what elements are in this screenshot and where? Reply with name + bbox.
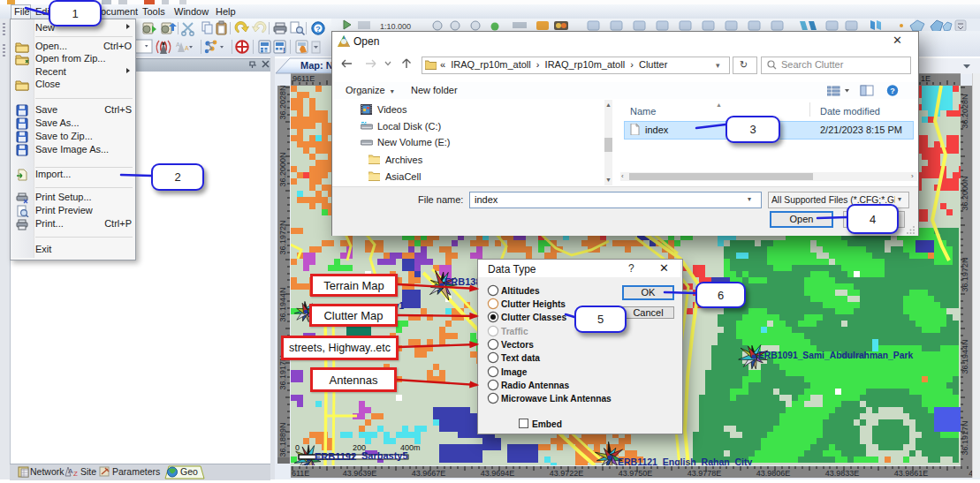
- svg-text:36.2000N: 36.2000N: [961, 176, 969, 210]
- svg-text:36.1889N: 36.1889N: [278, 422, 287, 457]
- svg-text:43.9806E: 43.9806E: [756, 469, 791, 478]
- svg-text:ERB1121_English_Rahan_City: ERB1121_English_Rahan_City: [618, 457, 752, 465]
- svg-text:36.2028N: 36.2028N: [278, 86, 287, 120]
- svg-text:Traffic: Traffic: [501, 327, 528, 336]
- svg-text:43.9639E: 43.9639E: [343, 469, 377, 478]
- svg-text:43.9833E: 43.9833E: [825, 469, 860, 478]
- svg-text:36.1917N: 36.1917N: [961, 420, 969, 455]
- svg-text:Site: Site: [80, 466, 96, 477]
- svg-text:36.1944N: 36.1944N: [278, 287, 287, 321]
- svg-text:0: 0: [295, 443, 300, 452]
- svg-text:Text data: Text data: [501, 353, 540, 363]
- svg-text:611E: 611E: [292, 469, 309, 478]
- svg-text:Geo: Geo: [180, 466, 198, 477]
- svg-text:1E: 1E: [921, 74, 931, 83]
- svg-text:ERB1091_Sami_Abdulrahman_Park: ERB1091_Sami_Abdulrahman_Park: [758, 351, 913, 360]
- svg-text:36.2028N: 36.2028N: [961, 94, 969, 128]
- svg-text:9611E: 9611E: [292, 74, 315, 83]
- svg-text:43.9750E: 43.9750E: [619, 469, 653, 478]
- svg-text:Altitudes: Altitudes: [501, 286, 540, 296]
- svg-text:?: ?: [890, 87, 895, 95]
- svg-text:Vectors: Vectors: [501, 340, 534, 350]
- svg-text:43.9722E: 43.9722E: [550, 469, 584, 478]
- svg-text:Image: Image: [501, 367, 528, 377]
- svg-text:?: ?: [315, 24, 321, 34]
- svg-text:43.9778E: 43.9778E: [688, 469, 722, 478]
- svg-text:A: A: [176, 42, 180, 48]
- svg-text:Clutter Heights: Clutter Heights: [501, 299, 566, 309]
- svg-text:1:10.000: 1:10.000: [380, 22, 411, 31]
- svg-text:A: A: [185, 45, 189, 51]
- svg-text:Parameters: Parameters: [112, 466, 160, 477]
- svg-text:43.9861E: 43.9861E: [894, 469, 929, 478]
- svg-text:!: !: [283, 46, 285, 55]
- svg-text:ERB1192: ERB1192: [315, 451, 356, 462]
- svg-text:36.2000N: 36.2000N: [278, 152, 287, 186]
- svg-text:43.9667E: 43.9667E: [412, 469, 446, 478]
- svg-text:Clutter Classes: Clutter Classes: [501, 313, 567, 322]
- svg-text:Z: Z: [73, 470, 78, 478]
- svg-text:Microwave Link Antennas: Microwave Link Antennas: [501, 394, 612, 404]
- svg-text:36.1944N: 36.1944N: [961, 339, 969, 374]
- svg-text:Sarbasty5: Sarbasty5: [361, 450, 408, 461]
- svg-text:36.1917N: 36.1917N: [278, 355, 287, 389]
- svg-text:Network: Network: [30, 466, 65, 477]
- svg-text:Radio Antennas: Radio Antennas: [501, 381, 570, 390]
- svg-text:43.9694E: 43.9694E: [481, 469, 515, 478]
